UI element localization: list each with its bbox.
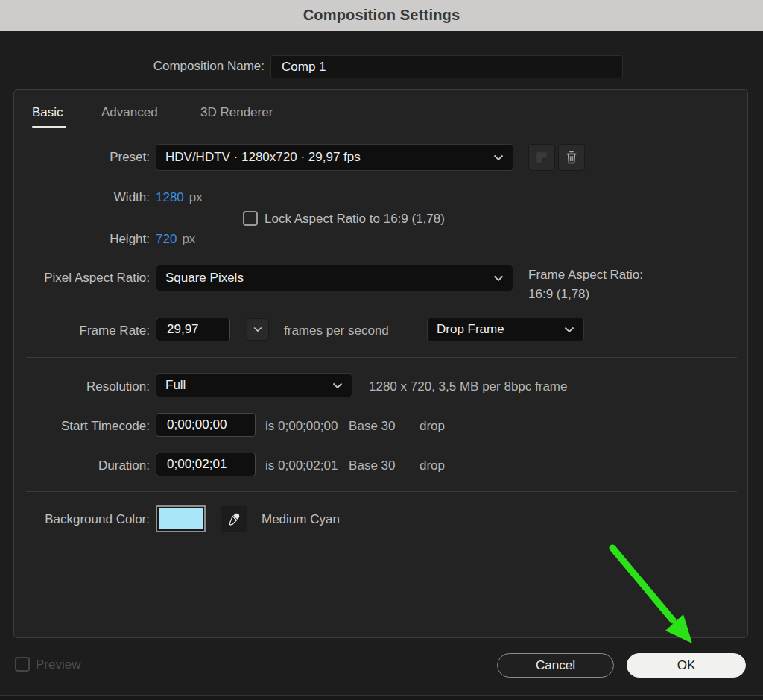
chevron-down-icon [253, 327, 262, 332]
preview-label: Preview [36, 658, 80, 672]
chevron-down-icon [493, 275, 504, 282]
duration-label: Duration: [14, 458, 150, 473]
eyedropper-icon [227, 511, 241, 526]
eyedropper-button[interactable] [221, 506, 247, 532]
ok-button[interactable]: OK [627, 653, 746, 678]
save-preset-button[interactable] [528, 144, 555, 171]
resolution-value: Full [165, 378, 326, 393]
chevron-down-icon [564, 327, 574, 333]
duration-base: Base 30 [349, 458, 395, 473]
new-preset-icon [534, 150, 549, 165]
background-color-name: Medium Cyan [262, 512, 340, 527]
frame-rate-label: Frame Rate: [14, 324, 150, 338]
tab-basic[interactable]: Basic [32, 105, 63, 120]
divider [26, 491, 737, 492]
duration-value: 0;00;02;01 [167, 457, 227, 472]
dialog-title: Composition Settings [303, 7, 460, 24]
lock-aspect-checkbox[interactable] [243, 211, 258, 226]
width-value[interactable]: 1280 [156, 190, 184, 204]
start-timecode-is: is 0;00;00;00 [265, 419, 338, 433]
start-timecode-value: 0;00;00;00 [167, 417, 227, 432]
dialog-bottom-edge [0, 695, 763, 700]
preset-label: Preset: [14, 150, 150, 165]
resolution-label: Resolution: [14, 379, 150, 394]
height-value-wrap: 720px [156, 232, 195, 247]
trash-icon [564, 150, 579, 165]
preset-value: HDV/HDTV · 1280x720 · 29,97 fps [165, 150, 487, 165]
start-timecode-input[interactable]: 0;00;00;00 [156, 413, 256, 437]
height-unit: px [182, 232, 195, 246]
width-label: Width: [14, 190, 150, 205]
height-label: Height: [14, 232, 150, 247]
settings-panel: Basic Advanced 3D Renderer Preset: HDV/H… [13, 89, 748, 638]
pixel-aspect-dropdown[interactable]: Square Pixels [156, 265, 513, 291]
chevron-down-icon [493, 154, 504, 161]
tab-3d-renderer[interactable]: 3D Renderer [200, 105, 273, 120]
preview-checkbox[interactable] [15, 657, 30, 672]
duration-info: is 0;00;02;01 Base 30 [265, 458, 395, 473]
drop-frame-dropdown[interactable]: Drop Frame [427, 318, 584, 341]
pixel-aspect-label: Pixel Aspect Ratio: [14, 271, 150, 286]
frame-aspect-value: 16:9 (1,78) [528, 287, 589, 302]
tab-advanced[interactable]: Advanced [101, 105, 158, 120]
frame-aspect-label: Frame Aspect Ratio: [528, 268, 643, 283]
preset-dropdown[interactable]: HDV/HDTV · 1280x720 · 29,97 fps [156, 144, 513, 171]
frame-rate-preset-button[interactable] [247, 318, 269, 341]
dialog-titlebar: Composition Settings [0, 0, 763, 31]
composition-name-label: Composition Name: [60, 59, 265, 74]
lock-aspect-label: Lock Aspect Ratio to 16:9 (1,78) [265, 212, 445, 227]
background-color-swatch[interactable] [156, 505, 206, 532]
resolution-info: 1280 x 720, 3,5 MB per 8bpc frame [369, 379, 568, 394]
frame-rate-input[interactable]: 29,97 [156, 318, 230, 341]
height-value[interactable]: 720 [156, 232, 177, 246]
frame-rate-value: 29,97 [167, 322, 199, 337]
start-timecode-info: is 0;00;00;00 Base 30 [265, 419, 395, 434]
background-color-label: Background Color: [14, 512, 150, 527]
duration-drop: drop [420, 458, 445, 473]
chevron-down-icon [332, 382, 343, 389]
active-tab-underline [32, 126, 66, 128]
background-color-swatch-fill [159, 508, 203, 529]
composition-name-input[interactable] [270, 55, 623, 78]
width-unit: px [189, 190, 203, 204]
resolution-dropdown[interactable]: Full [156, 373, 352, 397]
start-timecode-base: Base 30 [349, 419, 395, 433]
delete-preset-button[interactable] [558, 144, 585, 171]
start-timecode-label: Start Timecode: [14, 419, 150, 434]
start-timecode-drop: drop [420, 419, 445, 434]
width-value-wrap: 1280px [156, 190, 203, 205]
pixel-aspect-value: Square Pixels [165, 271, 487, 286]
divider [26, 357, 737, 358]
cancel-button[interactable]: Cancel [497, 653, 614, 678]
frame-rate-suffix: frames per second [284, 324, 389, 338]
duration-is: is 0;00;02;01 [265, 458, 338, 473]
duration-input[interactable]: 0;00;02;01 [156, 453, 256, 476]
drop-frame-value: Drop Frame [437, 322, 558, 337]
